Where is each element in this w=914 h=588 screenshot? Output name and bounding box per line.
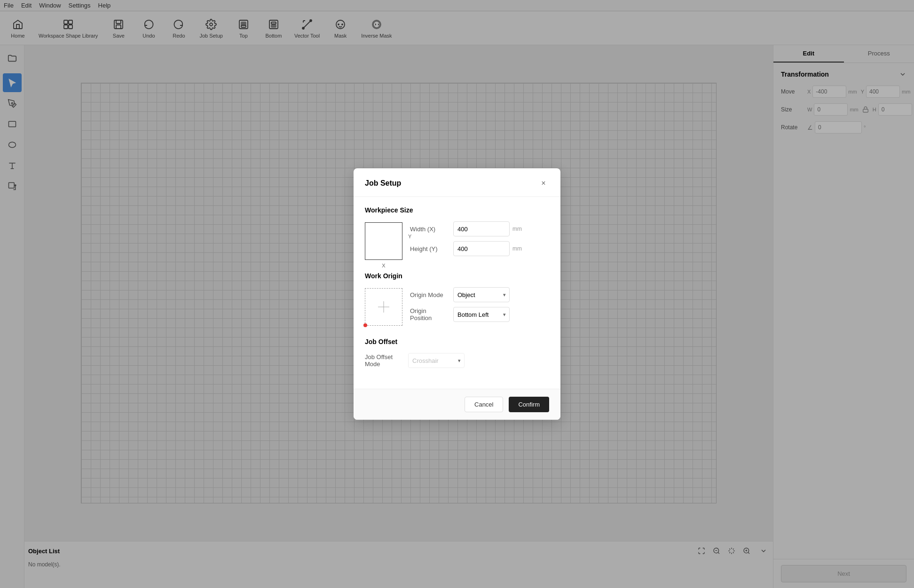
job-offset-mode-select[interactable]: Crosshair Custom xyxy=(408,353,465,368)
origin-position-select[interactable]: Bottom Left Bottom Right Top Left Top Ri… xyxy=(453,307,510,322)
origin-diagram-row: Origin Mode Object Machine Origin Positi… xyxy=(365,287,549,327)
modal-body: Workpiece Size X Y Width (X) mm xyxy=(354,197,560,389)
origin-position-label: Origin Position xyxy=(410,307,448,321)
job-offset-mode-select-wrapper: Crosshair Custom xyxy=(408,353,465,368)
width-field-row: Width (X) mm xyxy=(410,221,549,236)
workpiece-diagram-box xyxy=(365,222,402,260)
workpiece-size-section: Workpiece Size X Y Width (X) mm xyxy=(365,206,549,261)
confirm-button[interactable]: Confirm xyxy=(509,397,549,412)
origin-mode-select-wrapper: Object Machine xyxy=(453,287,510,302)
workpiece-diagram: X Y Width (X) mm Height (Y) xyxy=(365,221,549,261)
modal-close-button[interactable]: × xyxy=(538,178,549,189)
origin-mode-label: Origin Mode xyxy=(410,291,448,298)
job-offset-mode-label: Job Offset Mode xyxy=(365,353,402,368)
modal-footer: Cancel Confirm xyxy=(354,389,560,420)
height-unit: mm xyxy=(512,245,522,252)
job-offset-mode-row: Job Offset Mode Crosshair Custom xyxy=(365,353,549,368)
workpiece-size-title: Workpiece Size xyxy=(365,206,549,214)
workpiece-diagram-wrapper: X Y xyxy=(365,222,402,260)
work-origin-title: Work Origin xyxy=(365,272,549,280)
height-input-group: mm xyxy=(453,241,549,256)
origin-fields: Origin Mode Object Machine Origin Positi… xyxy=(410,287,549,327)
cancel-button[interactable]: Cancel xyxy=(465,397,503,412)
origin-position-select-wrapper: Bottom Left Bottom Right Top Left Top Ri… xyxy=(453,307,510,322)
width-label: Width (X) xyxy=(410,226,448,233)
width-unit: mm xyxy=(512,226,522,232)
workpiece-diagram-x-label: X xyxy=(382,263,385,268)
job-offset-title: Job Offset xyxy=(365,338,549,345)
height-label: Height (Y) xyxy=(410,245,448,252)
height-input[interactable] xyxy=(453,241,510,256)
modal-header: Job Setup × xyxy=(354,168,560,197)
origin-dot xyxy=(363,323,367,327)
workpiece-diagram-y-label: Y xyxy=(408,234,411,239)
origin-diagram-wrapper xyxy=(365,288,402,326)
origin-diagram-box xyxy=(365,288,402,326)
workpiece-fields: Width (X) mm Height (Y) mm xyxy=(410,221,549,261)
height-field-row: Height (Y) mm xyxy=(410,241,549,256)
modal-overlay[interactable]: Job Setup × Workpiece Size X Y Width (X) xyxy=(0,0,914,588)
origin-position-row: Origin Position Bottom Left Bottom Right… xyxy=(410,307,549,322)
origin-mode-row: Origin Mode Object Machine xyxy=(410,287,549,302)
work-origin-section: Work Origin Origin Mode O xyxy=(365,272,549,327)
modal-title: Job Setup xyxy=(365,179,401,188)
width-input[interactable] xyxy=(453,221,510,236)
width-input-group: mm xyxy=(453,221,549,236)
origin-mode-select[interactable]: Object Machine xyxy=(453,287,510,302)
job-offset-section: Job Offset Job Offset Mode Crosshair Cus… xyxy=(365,338,549,368)
job-setup-modal: Job Setup × Workpiece Size X Y Width (X) xyxy=(354,168,560,420)
